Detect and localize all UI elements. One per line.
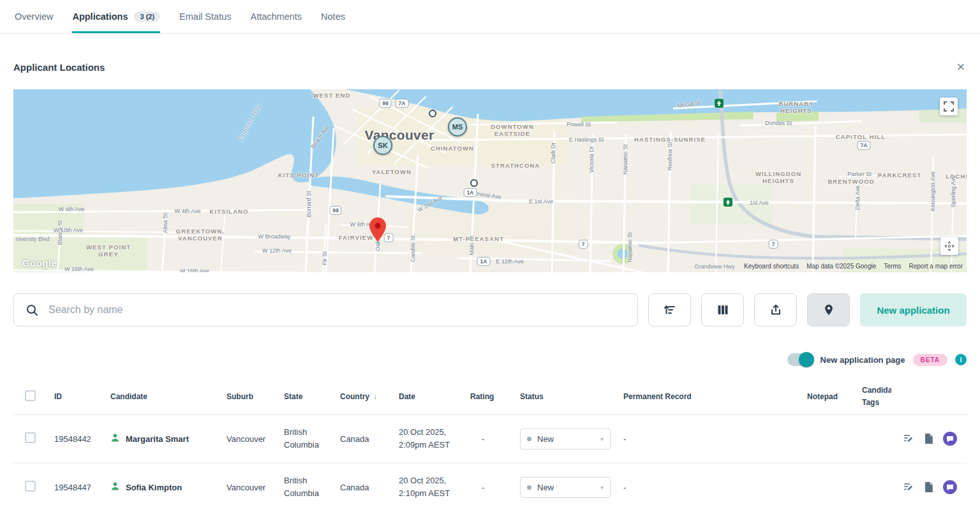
candidate-map-marker[interactable]: MS bbox=[448, 117, 467, 136]
applications-table: ID Candidate Suburb State Country↓ Date … bbox=[13, 379, 967, 505]
map-label-road: W Broadway bbox=[258, 233, 290, 240]
new-application-page-row: New application page BETA i bbox=[13, 352, 967, 367]
tab-attachments[interactable]: Attachments bbox=[250, 0, 302, 33]
route-shield: 7 bbox=[579, 240, 588, 249]
document-icon[interactable] bbox=[923, 433, 934, 444]
map-label-hood: MT-PLEASANT bbox=[453, 235, 504, 242]
status-select[interactable]: New▾ bbox=[520, 428, 611, 450]
column-header-status[interactable]: Status bbox=[509, 379, 612, 414]
map-label-hood: WEST POINT GREY bbox=[86, 244, 131, 258]
route-shield: 7A bbox=[396, 99, 409, 108]
map-label-road: Clark Dr bbox=[550, 143, 557, 164]
cell-id: 19548447 bbox=[43, 463, 99, 505]
column-header-actions bbox=[891, 379, 967, 414]
column-header-id[interactable]: ID bbox=[43, 379, 99, 414]
candidate-map-marker[interactable]: SK bbox=[373, 136, 392, 155]
applicant-locations-map[interactable]: VancouverWEST ENDDOWNTOWN EASTSIDECHINAT… bbox=[13, 89, 967, 272]
terms-link[interactable]: Terms bbox=[884, 263, 901, 270]
search-input[interactable] bbox=[47, 304, 626, 316]
map-label-hood: BURNABY HEIGHTS bbox=[778, 100, 813, 115]
route-shield: 1A bbox=[477, 257, 491, 266]
map-label-road: Kensington Ave bbox=[930, 172, 937, 211]
map-label-road: E 1st Ave bbox=[529, 198, 553, 205]
keyboard-shortcuts-link[interactable]: Keyboard shortcuts bbox=[744, 263, 799, 270]
tab-label: Overview bbox=[15, 11, 53, 22]
status-select[interactable]: New▾ bbox=[520, 477, 611, 498]
status-dot bbox=[527, 485, 531, 490]
export-button[interactable] bbox=[754, 293, 797, 326]
map-label-road: Renfrew St bbox=[667, 142, 674, 171]
report-map-error-link[interactable]: Report a map error bbox=[909, 263, 963, 270]
cell-suburb: Vancouver bbox=[215, 414, 272, 463]
cell-date-line2: 2:10pm AEST bbox=[399, 487, 454, 500]
tab-email-status[interactable]: Email Status bbox=[179, 0, 231, 33]
cell-candidate-tags bbox=[854, 463, 891, 505]
chat-icon[interactable] bbox=[943, 432, 957, 446]
map-label-road: Parker St bbox=[847, 171, 872, 178]
sort-icon bbox=[664, 304, 676, 316]
column-header-notepad[interactable]: Notepad bbox=[796, 379, 854, 414]
status-dot bbox=[527, 437, 531, 441]
map-pan-control[interactable] bbox=[940, 237, 958, 255]
new-application-button[interactable]: New application bbox=[860, 293, 967, 326]
applications-count-badge: 3 (2) bbox=[134, 11, 160, 22]
location-pin-icon bbox=[822, 304, 835, 316]
tab-notes[interactable]: Notes bbox=[321, 0, 345, 33]
cell-notepad bbox=[796, 414, 854, 463]
map-view-toggle-button[interactable] bbox=[807, 293, 850, 326]
tab-bar: Overview Applications 3 (2) Email Status… bbox=[0, 0, 980, 34]
column-header-date[interactable]: Date bbox=[387, 379, 459, 414]
columns-button[interactable] bbox=[701, 293, 744, 326]
tab-label: Attachments bbox=[250, 11, 302, 22]
sort-button[interactable] bbox=[648, 293, 691, 326]
route-shield: 7A bbox=[858, 141, 871, 150]
map-label-road: W 2nd Ave bbox=[417, 194, 444, 214]
map-label-road: Alma St bbox=[162, 213, 169, 233]
edit-notepad-icon[interactable] bbox=[903, 481, 914, 493]
candidate-name-link[interactable]: Sofia Kimpton bbox=[126, 483, 182, 492]
chevron-down-icon: ▾ bbox=[600, 484, 604, 491]
tab-overview[interactable]: Overview bbox=[15, 0, 53, 33]
map-label-road: W 16th Ave bbox=[64, 266, 94, 272]
tab-applications[interactable]: Applications 3 (2) bbox=[72, 0, 160, 33]
new-application-page-toggle[interactable] bbox=[787, 353, 813, 366]
map-fullscreen-button[interactable] bbox=[940, 98, 958, 115]
column-header-country[interactable]: Country↓ bbox=[329, 379, 387, 414]
row-checkbox[interactable] bbox=[25, 481, 36, 492]
route-shield: 99 bbox=[379, 99, 391, 108]
column-header-suburb[interactable]: Suburb bbox=[215, 379, 272, 414]
map-label-layer: VancouverWEST ENDDOWNTOWN EASTSIDECHINAT… bbox=[13, 89, 967, 272]
column-header-candidate[interactable]: Candidate bbox=[99, 379, 215, 414]
export-icon bbox=[769, 304, 782, 316]
map-label-road: McGill St bbox=[677, 99, 701, 110]
map-label-hood: KITS POINT bbox=[278, 172, 319, 179]
row-checkbox[interactable] bbox=[25, 432, 36, 443]
cell-rating: - bbox=[459, 414, 509, 463]
cell-id: 19548442 bbox=[43, 414, 99, 463]
tab-label: Notes bbox=[321, 11, 345, 22]
edit-notepad-icon[interactable] bbox=[903, 433, 914, 444]
document-icon[interactable] bbox=[923, 481, 934, 493]
column-header-rating[interactable]: Rating bbox=[459, 379, 509, 414]
map-label-road: E Hastings St bbox=[569, 136, 604, 143]
map-label-hood: DOWNTOWN EASTSIDE bbox=[491, 123, 534, 138]
select-all-header bbox=[13, 379, 43, 414]
column-header-state[interactable]: State bbox=[272, 379, 329, 414]
search-icon bbox=[26, 304, 38, 316]
map-label-road: Beach Ave bbox=[309, 124, 330, 150]
cell-date-line2: 2:09pm AEST bbox=[399, 439, 454, 451]
close-map-button[interactable]: ✕ bbox=[955, 61, 967, 74]
candidate-name-link[interactable]: Margarita Smart bbox=[126, 434, 189, 444]
info-icon[interactable]: i bbox=[955, 354, 967, 365]
map-label-road: E 12th Ave bbox=[496, 258, 523, 265]
column-header-candidate-tags[interactable]: Candidate Tags bbox=[854, 379, 891, 414]
select-all-checkbox[interactable] bbox=[25, 390, 36, 401]
column-header-permanent-record[interactable]: Permanent Record bbox=[612, 379, 796, 414]
candidate-avatar-icon bbox=[110, 433, 120, 444]
map-label-road: Grandview Hwy bbox=[694, 263, 734, 270]
cell-candidate-tags bbox=[854, 414, 891, 463]
map-pin-marker[interactable] bbox=[369, 217, 386, 244]
chat-icon[interactable] bbox=[943, 480, 957, 494]
map-label-hood: WILLINGDON HEIGHTS bbox=[755, 170, 801, 185]
map-label-hood: FAIRVIEW bbox=[339, 234, 374, 241]
